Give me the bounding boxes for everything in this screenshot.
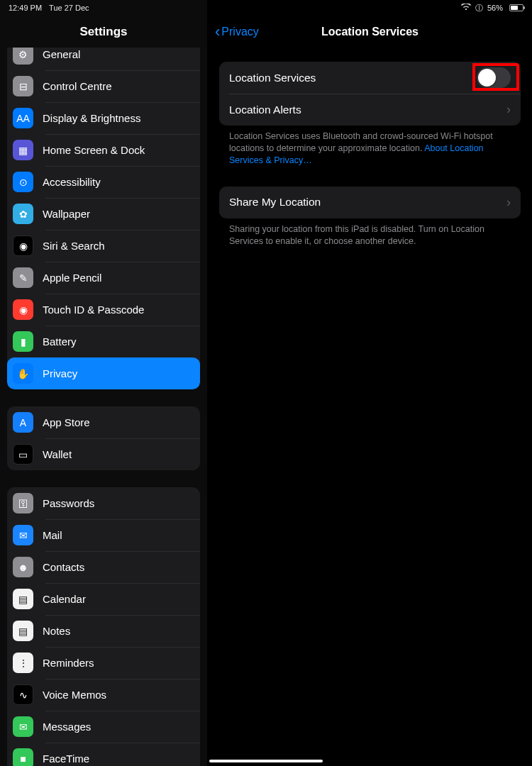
sidebar-item-label: Passwords bbox=[43, 497, 94, 509]
sidebar-item-display-brightness[interactable]: AADisplay & Brightness bbox=[7, 102, 200, 134]
voice-memos-icon: ∿ bbox=[13, 684, 33, 705]
notes-icon: ▤ bbox=[13, 621, 33, 641]
sidebar-item-general[interactable]: ⚙︎General bbox=[7, 48, 200, 70]
sidebar-item-label: Accessibility bbox=[43, 176, 101, 188]
sidebar-item-label: Messages bbox=[43, 721, 91, 733]
chevron-left-icon: ‹ bbox=[215, 24, 220, 40]
sidebar-item-label: Apple Pencil bbox=[43, 272, 101, 284]
sidebar-item-app-store[interactable]: AApp Store bbox=[7, 406, 200, 438]
calendar-icon: ▤ bbox=[13, 589, 33, 609]
app-store-icon: A bbox=[13, 412, 33, 433]
location-services-group: Location ServicesLocation Alerts› bbox=[219, 62, 521, 126]
sidebar-item-accessibility[interactable]: ⊙Accessibility bbox=[7, 166, 200, 198]
sidebar-item-notes[interactable]: ▤Notes bbox=[7, 615, 200, 647]
facetime-icon: ■ bbox=[13, 748, 33, 766]
chevron-right-icon: › bbox=[506, 102, 511, 117]
sidebar-item-reminders[interactable]: ⋮Reminders bbox=[7, 647, 200, 679]
sidebar-item-label: Display & Brightness bbox=[43, 112, 140, 124]
location-services-row[interactable]: Location Services bbox=[219, 62, 521, 94]
home-indicator[interactable] bbox=[209, 760, 323, 762]
sidebar-item-voice-memos[interactable]: ∿Voice Memos bbox=[7, 679, 200, 711]
contacts-icon: ☻ bbox=[13, 557, 33, 577]
back-label: Privacy bbox=[221, 26, 258, 38]
sidebar-item-label: Voice Memos bbox=[43, 689, 106, 701]
sidebar-item-passwords[interactable]: ⚿Passwords bbox=[7, 487, 200, 519]
apple-pencil-icon: ✎ bbox=[13, 267, 33, 288]
sidebar-item-label: FaceTime bbox=[43, 753, 89, 765]
location-services-footer: Location Services uses Bluetooth and cro… bbox=[219, 126, 521, 167]
share-location-footer: Sharing your location from this iPad is … bbox=[219, 218, 521, 248]
sidebar-item-battery[interactable]: ▮Battery bbox=[7, 326, 200, 357]
home-screen-dock-icon: ▦ bbox=[13, 140, 33, 160]
settings-sidebar: Settings ⚙︎General⊟Control CentreAADispl… bbox=[0, 0, 208, 766]
sidebar-item-label: Notes bbox=[43, 625, 70, 637]
sidebar-item-touch-id-passcode[interactable]: ◉Touch ID & Passcode bbox=[7, 294, 200, 326]
messages-icon: ✉︎ bbox=[13, 716, 33, 737]
share-my-location-row[interactable]: Share My Location› bbox=[219, 187, 521, 218]
display-brightness-icon: AA bbox=[13, 108, 33, 128]
sidebar-item-label: Wallet bbox=[43, 448, 72, 460]
privacy-icon: ✋ bbox=[13, 363, 33, 384]
wallet-icon: ▭ bbox=[13, 444, 33, 465]
control-centre-icon: ⊟ bbox=[13, 76, 33, 96]
location-services-label: Location Services bbox=[229, 72, 316, 84]
chevron-right-icon: › bbox=[506, 195, 511, 210]
general-icon: ⚙︎ bbox=[13, 48, 33, 65]
status-date: Tue 27 Dec bbox=[49, 4, 89, 12]
sidebar-item-wallpaper[interactable]: ✿Wallpaper bbox=[7, 198, 200, 230]
wallpaper-icon: ✿ bbox=[13, 204, 33, 224]
sidebar-item-label: App Store bbox=[43, 416, 90, 428]
sidebar-item-calendar[interactable]: ▤Calendar bbox=[7, 583, 200, 615]
location-alerts-row[interactable]: Location Alerts› bbox=[219, 94, 521, 126]
sidebar-item-label: Control Centre bbox=[43, 80, 112, 92]
sidebar-item-label: Wallpaper bbox=[43, 208, 90, 220]
sidebar-item-home-screen-dock[interactable]: ▦Home Screen & Dock bbox=[7, 134, 200, 166]
sidebar-item-control-centre[interactable]: ⊟Control Centre bbox=[7, 70, 200, 102]
wifi-icon bbox=[461, 4, 471, 12]
location-services-toggle[interactable] bbox=[477, 67, 511, 88]
sidebar-item-contacts[interactable]: ☻Contacts bbox=[7, 551, 200, 583]
mail-icon: ✉︎ bbox=[13, 525, 33, 545]
touch-id-passcode-icon: ◉ bbox=[13, 299, 33, 320]
share-location-group: Share My Location› bbox=[219, 187, 521, 218]
sidebar-item-facetime[interactable]: ■FaceTime bbox=[7, 743, 200, 766]
back-button[interactable]: ‹ Privacy bbox=[215, 24, 259, 40]
sidebar-item-label: Calendar bbox=[43, 593, 86, 605]
share-my-location-label: Share My Location bbox=[229, 196, 321, 209]
battery-icon bbox=[507, 4, 523, 11]
battery-icon: ▮ bbox=[13, 331, 33, 352]
sidebar-item-label: Reminders bbox=[43, 657, 94, 669]
location-off-icon: ⓛ bbox=[475, 3, 483, 13]
siri-search-icon: ◉ bbox=[13, 235, 33, 256]
detail-pane: ‹ Privacy Location Services Location Ser… bbox=[208, 0, 532, 766]
sidebar-item-label: Privacy bbox=[43, 367, 77, 379]
location-alerts-label: Location Alerts bbox=[229, 104, 301, 116]
sidebar-item-label: Mail bbox=[43, 529, 62, 541]
detail-title: Location Services bbox=[321, 26, 419, 38]
status-battery-pct: 56% bbox=[487, 4, 503, 12]
sidebar-item-label: General bbox=[43, 48, 80, 60]
sidebar-item-siri-search[interactable]: ◉Siri & Search bbox=[7, 230, 200, 262]
accessibility-icon: ⊙ bbox=[13, 172, 33, 192]
sidebar-item-label: Siri & Search bbox=[43, 240, 105, 252]
detail-header: ‹ Privacy Location Services bbox=[208, 16, 532, 48]
sidebar-item-label: Home Screen & Dock bbox=[43, 144, 145, 156]
reminders-icon: ⋮ bbox=[13, 653, 33, 673]
status-time: 12:49 PM bbox=[9, 4, 42, 12]
sidebar-item-apple-pencil[interactable]: ✎Apple Pencil bbox=[7, 262, 200, 294]
status-bar: 12:49 PM Tue 27 Dec ⓛ 56% bbox=[0, 0, 532, 16]
sidebar-item-label: Battery bbox=[43, 335, 77, 348]
sidebar-item-label: Contacts bbox=[43, 561, 84, 573]
sidebar-item-messages[interactable]: ✉︎Messages bbox=[7, 711, 200, 743]
sidebar-item-privacy[interactable]: ✋Privacy bbox=[7, 357, 200, 389]
sidebar-item-label: Touch ID & Passcode bbox=[43, 304, 144, 316]
passwords-icon: ⚿ bbox=[13, 493, 33, 514]
sidebar-title: Settings bbox=[0, 16, 207, 48]
sidebar-item-wallet[interactable]: ▭Wallet bbox=[7, 438, 200, 470]
sidebar-item-mail[interactable]: ✉︎Mail bbox=[7, 519, 200, 551]
